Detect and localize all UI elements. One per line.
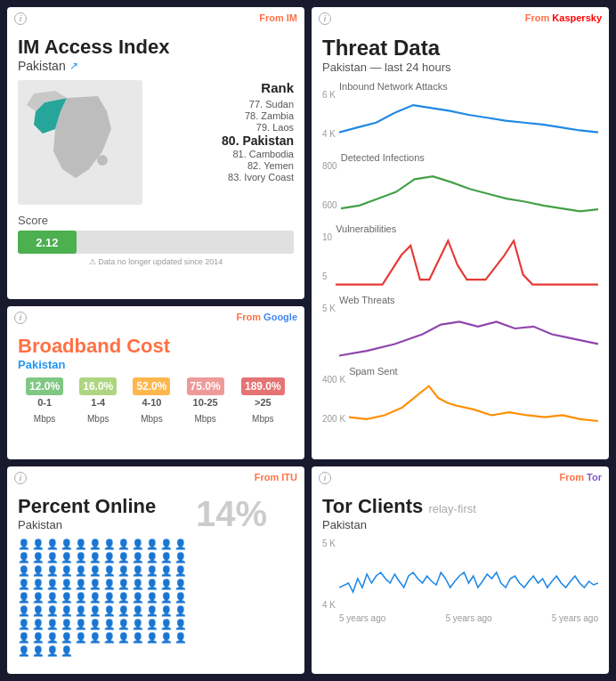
person-icon-98: 👤 — [46, 645, 59, 657]
bb-range-1: 0-1 — [37, 397, 52, 408]
person-icon-32: 👤 — [132, 565, 144, 577]
person-icon-0: 👤 — [18, 539, 30, 550]
person-icon-21: 👤 — [146, 552, 158, 563]
map — [18, 80, 142, 205]
person-icon-87: 👤 — [61, 632, 73, 644]
person-icon-82: 👤 — [160, 619, 173, 630]
person-icon-26: 👤 — [46, 565, 59, 577]
person-icon-15: 👤 — [61, 552, 73, 563]
person-icon-62: 👤 — [46, 605, 59, 617]
person-icon-77: 👤 — [89, 619, 101, 630]
webthreats-label: Web Threats — [339, 295, 598, 305]
threat-data-card: i From Kaspersky Threat Data Pakistan — … — [312, 7, 609, 459]
tor-chart-area: 5 years ago 5 years ago 5 years ago — [339, 539, 598, 623]
y-axis-infections: 800 600 — [322, 161, 337, 210]
person-icon-14: 👤 — [46, 552, 59, 563]
bb-pct-1: 12.0% — [26, 377, 63, 395]
person-icon-88: 👤 — [75, 632, 87, 644]
person-icon-40: 👤 — [75, 579, 87, 590]
inbound-chart: 6 K 4 K Inbound Network Attacks — [322, 81, 598, 147]
person-icon-7: 👤 — [118, 539, 130, 550]
person-icon-4: 👤 — [75, 539, 87, 550]
bb-unit-5: Mbps — [252, 414, 273, 424]
broadband-card: i From Google Broadband Cost Pakistan 12… — [7, 306, 304, 459]
person-icon-35: 👤 — [174, 565, 187, 577]
svg-point-4 — [97, 155, 108, 166]
broadband-source: From Google — [237, 312, 297, 322]
score-section: Score 2.12 ⚠ Data no longer updated sinc… — [18, 214, 294, 266]
person-icon-20: 👤 — [132, 552, 144, 563]
person-icon-90: 👤 — [103, 632, 116, 644]
broadband-title: Broadband Cost — [18, 335, 294, 358]
person-icon-43: 👤 — [118, 579, 130, 590]
person-icon-54: 👤 — [103, 592, 116, 604]
info-icon-percent[interactable]: i — [14, 472, 27, 484]
bb-unit-2: Mbps — [87, 414, 109, 424]
broadband-source-name: Google — [263, 312, 297, 322]
inbound-area — [339, 93, 598, 147]
rank-80: 80. Pakistan — [150, 134, 294, 148]
person-icon-30: 👤 — [103, 565, 116, 577]
bb-pct-3: 52.0% — [133, 377, 170, 395]
person-icon-58: 👤 — [160, 592, 173, 604]
person-icon-38: 👤 — [46, 579, 59, 590]
person-icon-99: 👤 — [61, 645, 73, 657]
person-icon-85: 👤 — [32, 632, 45, 644]
score-bar: 2.12 — [18, 231, 294, 254]
info-icon[interactable]: i — [14, 12, 27, 25]
tor-source: From Tor — [560, 472, 602, 482]
person-icon-81: 👤 — [146, 619, 158, 630]
person-icon-27: 👤 — [61, 565, 73, 577]
person-icon-8: 👤 — [132, 539, 144, 550]
person-icon-36: 👤 — [18, 579, 30, 590]
person-icon-61: 👤 — [32, 605, 45, 617]
vulnerabilities-area — [336, 236, 598, 289]
score-bar-fill: 2.12 — [18, 231, 77, 254]
im-country: Pakistan ↗ — [18, 59, 294, 73]
person-icon-86: 👤 — [46, 632, 59, 644]
y-axis-spam: 400 K 200 K — [322, 375, 345, 424]
person-icon-39: 👤 — [61, 579, 73, 590]
vulnerabilities-label: Vulnerabilities — [336, 223, 598, 234]
person-icon-52: 👤 — [75, 592, 87, 604]
info-icon-threat[interactable]: i — [319, 12, 331, 25]
rank-list: Rank 77. Sudan 78. Zambia 79. Laos 80. P… — [150, 80, 294, 205]
person-icon-71: 👤 — [174, 605, 187, 617]
person-icon-17: 👤 — [89, 552, 101, 563]
bb-range-5: >25 — [255, 397, 272, 408]
rank-79: 79. Laos — [150, 122, 294, 133]
external-link-icon[interactable]: ↗ — [69, 60, 78, 72]
broadband-table: 12.0% 16.0% 52.0% 75.0% 189.0% 0-1 1-4 4… — [18, 378, 294, 426]
im-source-name: IM — [287, 12, 297, 23]
person-icon-57: 👤 — [146, 592, 158, 604]
y-axis-inbound: 6 K 4 K — [322, 90, 336, 139]
spam-label: Spam Sent — [349, 366, 598, 377]
percent-online-card: i From ITU Percent Online Pakistan 👤👤👤👤👤… — [7, 466, 304, 674]
info-icon-broadband[interactable]: i — [14, 312, 27, 324]
person-icon-33: 👤 — [146, 565, 158, 577]
threat-source: From Kaspersky — [525, 12, 602, 23]
spam-area — [349, 378, 598, 432]
percent-section: 👤👤👤👤👤👤👤👤👤👤👤👤👤👤👤👤👤👤👤👤👤👤👤👤👤👤👤👤👤👤👤👤👤👤👤👤👤👤👤👤… — [18, 539, 294, 657]
info-icon-tor[interactable]: i — [319, 472, 331, 484]
person-icon-44: 👤 — [132, 579, 144, 590]
rank-77: 77. Sudan — [150, 99, 294, 109]
rank-83: 83. Ivory Coast — [150, 172, 294, 182]
percent-source-name: ITU — [281, 472, 297, 482]
person-icon-22: 👤 — [160, 552, 173, 563]
person-icon-53: 👤 — [89, 592, 101, 604]
bb-unit-4: Mbps — [194, 414, 215, 424]
tor-chart — [339, 539, 598, 610]
person-icon-76: 👤 — [75, 619, 87, 630]
person-icon-48: 👤 — [18, 592, 30, 604]
rank-81: 81. Cambodia — [150, 149, 294, 159]
bb-pct-2: 16.0% — [79, 377, 117, 395]
bb-pct-5: 189.0% — [241, 377, 285, 395]
person-icon-97: 👤 — [32, 645, 45, 657]
person-icon-2: 👤 — [46, 539, 59, 550]
im-access-card: i From IM IM Access Index Pakistan ↗ Ran… — [7, 7, 304, 299]
person-icon-65: 👤 — [89, 605, 101, 617]
person-icon-47: 👤 — [174, 579, 187, 590]
person-icon-45: 👤 — [146, 579, 158, 590]
person-icon-25: 👤 — [32, 565, 45, 577]
